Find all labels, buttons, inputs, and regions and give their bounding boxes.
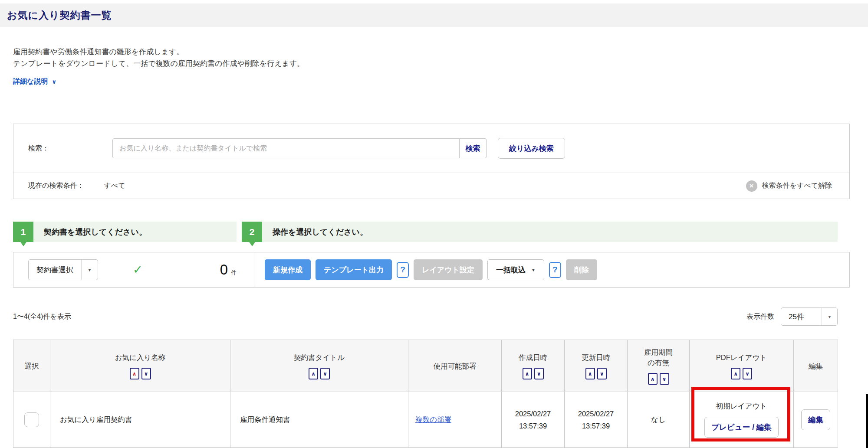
table-row: お気に入り雇用契約書 雇用条件通知書 複数の部署 2025/02/27 13:5… [13,392,838,448]
current-conditions-value: すべて [104,181,125,190]
step-1-label: 契約書を選択してください。 [44,227,147,237]
selected-count: 0 件 [220,262,254,278]
search-input[interactable] [112,138,460,158]
per-page-label: 表示件数 [746,312,774,321]
contract-select-dropdown[interactable]: 契約書選択 ▼ [28,259,98,280]
selected-count-unit: 件 [231,269,237,277]
contract-select-label: 契約書選択 [29,260,81,280]
check-icon: ✓ [133,263,143,277]
bulk-import-dropdown-button[interactable]: 一括取込 ▼ [487,259,544,280]
column-header-department: 使用可能部署 [408,340,502,392]
selection-area: 契約書選択 ▼ ✓ 0 件 [28,259,254,280]
help-icon-template[interactable]: ? [397,262,409,278]
step-bars: 1 契約書を選択してください。 2 操作を選択してください。 [13,222,838,242]
preview-edit-button[interactable]: プレビュー / 編集 [704,417,779,438]
step-1-badge: 1 [13,222,33,242]
page-title-bar: お気に入り契約書一覧 [0,3,868,27]
step-2-bar: 2 操作を選択してください。 [242,222,838,242]
detail-description-label: 詳細な説明 [13,77,48,86]
sort-asc-icon[interactable]: ∧ [130,368,139,379]
results-range-text: 1〜4(全4)件を表示 [13,312,71,321]
current-conditions-label: 現在の検索条件： [28,181,84,190]
clear-all-conditions-label: 検索条件をすべて解除 [762,181,832,190]
toolbar-divider [254,252,254,287]
step-2-badge: 2 [242,222,262,242]
sort-asc-icon[interactable]: ∧ [523,368,532,379]
column-header-edit: 編集 [794,340,838,392]
search-button[interactable]: 検索 [460,138,487,158]
sort-desc-icon[interactable]: ∨ [597,368,607,379]
row-select-cell [13,392,50,448]
sort-asc-icon[interactable]: ∧ [731,368,740,379]
per-page-control: 表示件数 25件 ▼ [746,307,838,326]
description-line-2: テンプレートをダウンロードして、一括で複数の雇用契約書の作成や削除を行えます。 [13,58,868,69]
toolbar-actions: 新規作成 テンプレート出力 ? レイアウト設定 一括取込 ▼ ? 削除 [265,259,597,280]
page-description: 雇用契約書や労働条件通知書の雛形を作成します。 テンプレートをダウンロードして、… [13,46,868,69]
sort-asc-icon[interactable]: ∧ [309,368,318,379]
page-title: お気に入り契約書一覧 [7,9,112,22]
caret-down-icon: ▼ [822,308,837,325]
delete-button[interactable]: 削除 [566,259,597,280]
current-search-conditions-row: 現在の検索条件： すべて × 検索条件をすべて解除 [13,173,849,199]
updated-datetime-cell: 2025/02/27 13:57:39 [565,392,628,448]
search-label: 検索： [28,144,112,153]
pdf-layout-name: 初期レイアウト [690,402,793,411]
column-header-updated: 更新日時 ∧ ∨ [565,340,628,392]
employment-period-cell: なし [628,392,690,448]
step-1-bar: 1 契約書を選択してください。 [13,222,237,242]
column-header-created: 作成日時 ∧ ∨ [502,340,565,392]
search-input-group: 検索 [112,138,487,158]
filter-search-button[interactable]: 絞り込み検索 [498,138,565,159]
layout-settings-button[interactable]: レイアウト設定 [414,259,483,280]
column-header-pdf-layout: PDFレイアウト ∧ ∨ [690,340,794,392]
caret-down-icon: ▼ [81,260,98,280]
created-datetime-cell: 2025/02/27 13:57:39 [502,392,565,448]
row-edit-button[interactable]: 編集 [801,409,830,430]
detail-description-link[interactable]: 詳細な説明 ∨ [13,77,56,86]
chevron-down-icon: ∨ [52,78,56,85]
column-header-favorite-name: お気に入り名称 ∧ ∨ [50,340,230,392]
row-checkbox[interactable] [24,412,39,427]
per-page-dropdown[interactable]: 25件 ▼ [781,307,838,326]
caret-down-icon: ▼ [531,268,536,272]
column-header-employment-period: 雇用期間 の有無 ∧ ∨ [628,340,690,392]
step-2-label: 操作を選択してください。 [273,227,368,237]
sort-desc-icon[interactable]: ∨ [320,368,330,379]
results-info-row: 1〜4(全4)件を表示 表示件数 25件 ▼ [13,307,838,326]
favorite-name-cell: お気に入り雇用契約書 [50,392,230,448]
search-row: 検索： 検索 絞り込み検索 [13,124,849,173]
right-edge-black-strip [866,394,868,448]
contract-title-cell: 雇用条件通知書 [230,392,408,448]
bulk-import-label: 一括取込 [496,265,526,275]
clear-circle-x-icon: × [746,180,757,192]
sort-desc-icon[interactable]: ∨ [141,368,151,379]
pdf-layout-cell: 初期レイアウト プレビュー / 編集 [690,392,794,448]
sort-asc-icon[interactable]: ∧ [648,373,658,385]
create-new-button[interactable]: 新規作成 [265,259,311,280]
sort-desc-icon[interactable]: ∨ [534,368,544,379]
sort-asc-icon[interactable]: ∧ [585,368,595,379]
sort-desc-icon[interactable]: ∨ [660,373,669,385]
description-line-1: 雇用契約書や労働条件通知書の雛形を作成します。 [13,46,868,58]
sort-desc-icon[interactable]: ∨ [743,368,752,379]
department-cell: 複数の部署 [408,392,502,448]
action-toolbar: 契約書選択 ▼ ✓ 0 件 新規作成 テンプレート出力 ? レイアウト設定 一括… [13,252,850,288]
template-export-button[interactable]: テンプレート出力 [316,259,392,280]
edit-cell: 編集 [794,392,838,448]
per-page-value: 25件 [781,308,822,325]
column-header-select: 選択 [13,340,50,392]
column-header-contract-title: 契約書タイトル ∧ ∨ [230,340,408,392]
selected-count-value: 0 [220,262,228,278]
favorites-table: 選択 お気に入り名称 ∧ ∨ 契約書タイトル ∧ ∨ 使用可能部署 作成 [13,340,838,448]
department-link[interactable]: 複数の部署 [415,415,451,423]
table-header-row: 選択 お気に入り名称 ∧ ∨ 契約書タイトル ∧ ∨ 使用可能部署 作成 [13,340,838,392]
search-panel: 検索： 検索 絞り込み検索 現在の検索条件： すべて × 検索条件をすべて解除 [13,124,850,199]
clear-all-conditions-button[interactable]: × 検索条件をすべて解除 [746,180,832,192]
help-icon-import[interactable]: ? [549,262,561,278]
